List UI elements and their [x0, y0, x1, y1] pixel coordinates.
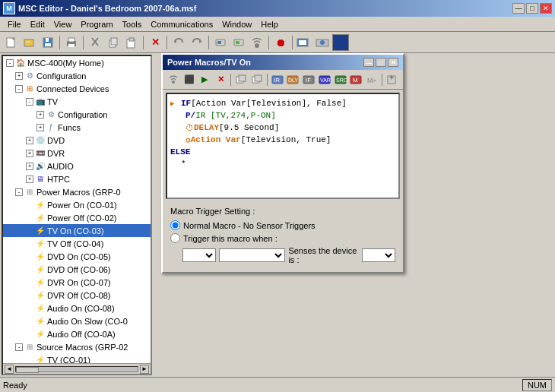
toolbar-copy[interactable] — [105, 34, 122, 51]
tree-item-audio-off[interactable]: ⚡ Audio Off (CO-0A) — [3, 327, 151, 340]
tree-item-audio-on[interactable]: ⚡ Audio On (CO-08) — [3, 302, 151, 315]
toolbar-open[interactable] — [21, 34, 38, 51]
scroll-thumb[interactable] — [16, 367, 39, 373]
dialog-btn-tool5[interactable]: SRC — [333, 72, 348, 87]
code-line-action: ⚙ Action Var [Television, True] — [170, 134, 395, 146]
toolbar-btn-img2[interactable] — [314, 34, 331, 51]
menu-window[interactable]: Window — [217, 18, 256, 30]
dialog-close[interactable]: ✕ — [388, 58, 398, 67]
toolbar-save[interactable] — [40, 34, 56, 51]
scroll-left-btn[interactable]: ◄ — [5, 365, 14, 374]
tree-item-tv[interactable]: - 📺 TV — [3, 95, 151, 108]
tree-item-dvr-off[interactable]: ⚡ DVR Off (CO-08) — [3, 289, 151, 302]
close-button[interactable]: ✕ — [540, 3, 552, 14]
dialog-maximize[interactable]: □ — [376, 58, 386, 67]
tree-item-tv-config[interactable]: + ⚙ Configuration — [3, 108, 151, 121]
toolbar-undo[interactable] — [170, 34, 187, 51]
tree-item-home[interactable]: - 🏠 MSC-400(My Home) — [3, 56, 151, 69]
expand-dvd[interactable]: + — [26, 137, 33, 144]
menu-file[interactable]: File — [3, 18, 26, 30]
toolbar-connect[interactable] — [296, 34, 312, 51]
tree-item-dvd-off[interactable]: ⚡ DVD Off (CO-06) — [3, 263, 151, 276]
toolbar-btn-macro[interactable] — [230, 34, 247, 51]
tv-on-icon: ⚡ — [35, 226, 46, 236]
tree-item-dvd[interactable]: + 💿 DVD — [3, 134, 151, 147]
expand-htpc[interactable]: + — [26, 175, 33, 183]
maximize-button[interactable]: □ — [526, 3, 538, 14]
expand-source-macros[interactable]: - — [15, 343, 23, 351]
tree-scroll[interactable]: - 🏠 MSC-400(My Home) + ⚙ Configuration -… — [3, 56, 151, 363]
menu-edit[interactable]: Edit — [26, 18, 49, 30]
tree-item-source-macros[interactable]: - ⊞ Source Macros (GRP-02 — [3, 340, 151, 353]
dialog-btn-tool7[interactable]: M↗ — [364, 72, 379, 87]
dialog-btn-export[interactable] — [385, 72, 400, 87]
dialog-btn-tool3[interactable]: IF — [301, 72, 316, 87]
dialog-btn-delete[interactable]: ✕ — [213, 72, 228, 87]
trigger-select-3[interactable] — [362, 248, 395, 262]
dialog-btn-play[interactable]: ▶ — [198, 72, 213, 87]
tree-item-config[interactable]: + ⚙ Configuration — [3, 69, 151, 82]
tree-item-power-on[interactable]: ⚡ Power On (CO-01) — [3, 198, 151, 211]
dialog-btn-tool2[interactable]: DLY — [285, 72, 300, 87]
tree-hscrollbar[interactable]: ◄ ► — [3, 363, 151, 374]
tree-item-dvr-on[interactable]: ⚡ DVR On (CO-07) — [3, 276, 151, 289]
expand-home[interactable]: - — [6, 59, 14, 67]
tree-label-home: MSC-400(My Home) — [27, 58, 104, 68]
tree-item-power-off[interactable]: ⚡ Power Off (CO-02) — [3, 211, 151, 224]
toolbar-delete[interactable]: ✕ — [147, 34, 163, 51]
menu-help[interactable]: Help — [256, 18, 283, 30]
toolbar-print[interactable] — [63, 34, 80, 51]
tree-item-audio[interactable]: + 🔊 AUDIO — [3, 160, 151, 172]
radio-sensor-label: Trigger this macro when : — [183, 234, 278, 243]
tree-item-htpc[interactable]: + 🖥 HTPC — [3, 172, 151, 185]
expand-connected-devices[interactable]: - — [15, 85, 23, 93]
dialog-btn-copy2[interactable] — [249, 72, 265, 87]
toolbar-separator-1 — [59, 36, 60, 49]
dialog-btn-tool6[interactable]: M — [349, 72, 364, 87]
scroll-right-btn[interactable]: ► — [140, 365, 149, 374]
radio-normal-macro[interactable] — [170, 220, 180, 230]
code-editor[interactable]: ▶ IF [Action Var[Television], False] P/ … — [166, 93, 400, 199]
toolbar-btn-ir[interactable] — [249, 34, 265, 51]
code-icon-if: ▶ — [170, 100, 181, 108]
toolbar-redo[interactable] — [189, 34, 205, 51]
expand-config[interactable]: + — [15, 72, 23, 80]
menu-communications[interactable]: Communications — [146, 18, 217, 30]
tree-item-dvr[interactable]: + 📼 DVR — [3, 147, 151, 160]
tree-item-connected-devices[interactable]: - ⊞ Connected Devices — [3, 82, 151, 95]
tree-item-dvd-on[interactable]: ⚡ DVD On (CO-05) — [3, 250, 151, 263]
dialog-minimize[interactable]: — — [363, 58, 374, 67]
toolbar-color-swatch[interactable] — [332, 34, 349, 51]
minimize-button[interactable]: — — [512, 3, 525, 14]
tree-item-tv-on[interactable]: ⚡ TV On (CO-03) — [3, 224, 151, 237]
dialog-btn-stop[interactable]: ⬛ — [182, 72, 197, 87]
tree-item-tv-funcs[interactable]: + ƒ Funcs — [3, 121, 151, 134]
tree-item-power-macros[interactable]: - ⊞ Power Macros (GRP-0 — [3, 185, 151, 198]
toolbar-cut[interactable] — [87, 34, 103, 51]
tree-item-src-tv[interactable]: ⚡ TV (CO-01) — [3, 353, 151, 363]
tree-item-tv-off[interactable]: ⚡ TV Off (CO-04) — [3, 237, 151, 250]
radio-sensor-trigger[interactable] — [170, 233, 180, 243]
toolbar-paste[interactable] — [123, 34, 140, 51]
senses-label: Senses the device is : — [288, 246, 359, 264]
toolbar-new[interactable] — [3, 34, 20, 51]
toolbar-btn-device[interactable] — [212, 34, 229, 51]
expand-tv-funcs[interactable]: + — [36, 124, 44, 131]
menu-tools[interactable]: Tools — [118, 18, 147, 30]
expand-power-macros[interactable]: - — [15, 188, 23, 196]
dialog-btn-tool4[interactable]: VAR — [317, 72, 332, 87]
toolbar-stop[interactable]: ⏺ — [272, 34, 289, 51]
expand-dvr[interactable]: + — [26, 150, 33, 157]
trigger-select-2[interactable] — [219, 248, 285, 262]
trigger-select-1[interactable] — [182, 248, 216, 262]
dialog-btn-tool1[interactable]: IR — [270, 72, 285, 87]
expand-tv-config[interactable]: + — [36, 111, 44, 119]
tree-item-audio-on-slow[interactable]: ⚡ Audio On Slow (CO-0 — [3, 315, 151, 327]
dialog-btn-copy1[interactable] — [233, 72, 249, 87]
menu-view[interactable]: View — [49, 18, 77, 30]
dialog-btn-ir[interactable] — [166, 72, 181, 87]
scroll-track[interactable] — [15, 366, 138, 372]
expand-audio[interactable]: + — [26, 163, 33, 170]
menu-program[interactable]: Program — [76, 18, 117, 30]
expand-tv[interactable]: - — [26, 98, 33, 106]
